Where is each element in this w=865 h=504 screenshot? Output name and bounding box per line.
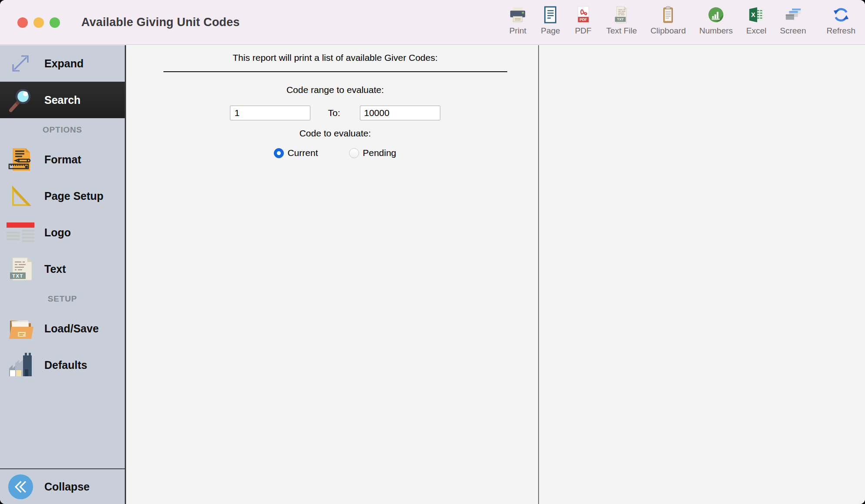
sidebar-item-expand[interactable]: Expand [0,45,125,82]
report-description: This report will print a list of availab… [132,53,538,63]
sidebar-item-label: Logo [44,226,71,239]
toolbar-print-button[interactable]: Print [508,6,527,36]
excel-icon: X [747,6,765,24]
toolbar-page-label: Page [541,26,560,36]
section-divider [163,71,507,72]
app-window: Available Giving Unit Codes Print [0,0,865,504]
report-preview-panel [539,45,865,504]
radio-option-current[interactable]: Current [274,148,318,158]
toolbar-clipboard-button[interactable]: Clipboard [650,6,685,36]
numbers-icon [707,6,725,24]
radio-pending-label: Pending [363,148,396,158]
svg-text:X: X [751,11,755,18]
toolbar: Print Page PDF PDF [508,6,855,43]
sidebar-item-load-save[interactable]: Load/Save [0,310,125,347]
close-window-button[interactable] [17,17,28,28]
toolbar-text-file-button[interactable]: TXT Text File [606,6,637,36]
range-to-input[interactable] [360,106,440,120]
toolbar-screen-button[interactable]: Screen [780,6,806,36]
sidebar-item-label: Page Setup [44,190,103,202]
logo-icon [6,218,35,247]
report-options-panel: This report will print a list of availab… [126,45,538,504]
sidebar-item-label: Format [44,153,81,166]
toolbar-numbers-button[interactable]: Numbers [699,6,733,36]
sidebar-item-format[interactable]: Format [0,141,125,178]
toolbar-pdf-label: PDF [575,26,592,36]
sidebar-item-label: Load/Save [44,322,99,335]
format-icon [6,145,35,174]
code-evaluate-label: Code to evaluate: [132,128,538,139]
toolbar-excel-label: Excel [746,26,766,36]
printer-icon [509,6,527,24]
radio-current-control[interactable] [274,148,284,158]
window-controls [17,17,60,28]
radio-current-label: Current [287,148,318,158]
toolbar-page-button[interactable]: Page [541,6,560,36]
svg-text:TXT: TXT [12,273,23,279]
factory-icon [6,351,35,379]
sidebar-item-label: Expand [44,57,83,70]
sidebar-item-text[interactable]: TXT Text [0,251,125,287]
sidebar-item-defaults[interactable]: Defaults [0,347,125,383]
folder-icon [6,314,35,343]
toolbar-pdf-button[interactable]: PDF PDF [574,6,593,36]
expand-icon [6,49,35,78]
text-doc-icon: TXT [6,255,35,283]
sidebar-item-search[interactable]: Search [0,82,125,118]
collapse-icon [7,474,34,500]
radio-pending-control[interactable] [349,148,359,158]
toolbar-numbers-label: Numbers [699,26,733,36]
sidebar-section-setup: SETUP [0,287,125,310]
sidebar-item-page-setup[interactable]: Page Setup [0,178,125,214]
page-setup-icon [6,182,35,210]
collapse-label: Collapse [44,481,90,493]
svg-text:TXT: TXT [617,17,623,21]
toolbar-print-label: Print [509,26,526,36]
toolbar-refresh-button[interactable]: Refresh [826,6,855,36]
window-title: Available Giving Unit Codes [81,16,240,29]
minimize-window-button[interactable] [33,17,44,28]
text-file-icon: TXT [612,6,631,24]
title-bar: Available Giving Unit Codes Print [0,0,865,45]
code-type-radio-group: Current Pending [132,148,538,158]
sidebar-collapse-button[interactable]: Collapse [0,468,125,504]
sidebar: Expand Search OPTIONS [0,45,126,504]
code-range-label: Code range to evaluate: [132,85,538,95]
svg-text:PDF: PDF [579,17,587,22]
toolbar-text-file-label: Text File [606,26,637,36]
zoom-window-button[interactable] [50,17,60,28]
sidebar-section-options: OPTIONS [0,118,125,141]
clipboard-icon [659,6,677,24]
toolbar-excel-button[interactable]: X Excel [746,6,766,36]
sidebar-item-label: Search [44,94,80,106]
refresh-icon [832,6,850,24]
toolbar-screen-label: Screen [780,26,806,36]
pdf-icon: PDF [574,6,592,24]
toolbar-clipboard-label: Clipboard [650,26,685,36]
page-icon [541,6,559,24]
range-from-input[interactable] [230,106,310,120]
radio-option-pending[interactable]: Pending [349,148,396,158]
to-label: To: [328,108,340,118]
screen-icon [784,6,802,24]
sidebar-item-label: Text [44,263,66,275]
sidebar-item-label: Defaults [44,359,87,371]
code-range-row: To: [132,106,538,120]
toolbar-refresh-label: Refresh [826,26,855,36]
sidebar-item-logo[interactable]: Logo [0,214,125,251]
search-icon [6,86,35,114]
